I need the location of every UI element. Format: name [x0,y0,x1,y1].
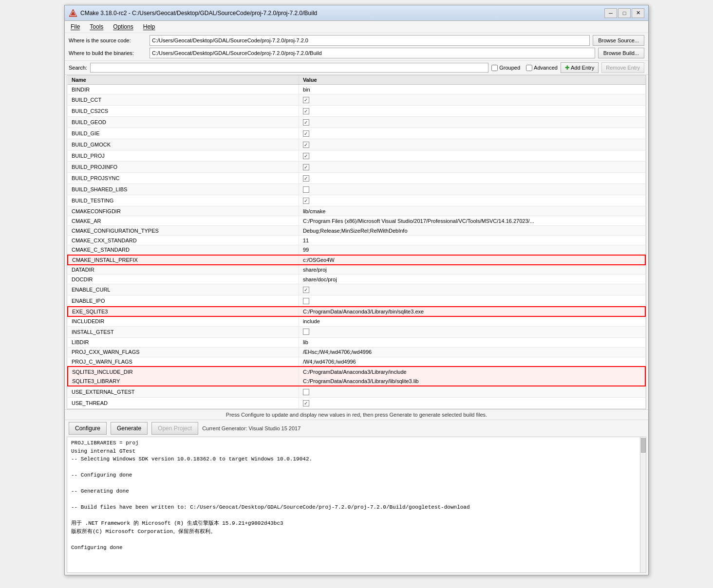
table-row[interactable]: CMAKE_C_STANDARD99 [68,245,645,255]
grouped-checkbox-label[interactable]: Grouped [491,65,520,71]
table-row[interactable]: BUILD_CS2CS [68,106,645,117]
variable-checkbox[interactable] [303,400,309,406]
variable-checkbox[interactable] [303,97,309,103]
table-row[interactable]: EXE_SQLITE3C:/ProgramData/Anaconda3/Libr… [68,307,645,316]
table-row[interactable]: CMAKE_ARC:/Program Files (x86)/Microsoft… [68,216,645,226]
variable-value-cell[interactable]: C:/ProgramData/Anaconda3/Library/include [299,367,645,376]
advanced-checkbox[interactable] [526,65,532,71]
variable-checkbox[interactable] [303,329,309,335]
variable-value-cell[interactable] [299,117,645,128]
add-entry-button[interactable]: ✚ Add Entry [561,62,599,73]
variable-checkbox[interactable] [303,298,309,304]
variable-value-cell[interactable]: bin [299,85,645,94]
variable-value-cell[interactable]: C:/ProgramData/Anaconda3/Library/lib/sql… [299,376,645,386]
open-project-button[interactable]: Open Project [151,422,198,435]
variable-value-cell[interactable]: share/doc/proj [299,275,645,284]
variable-checkbox[interactable] [303,119,309,126]
variable-value-cell[interactable] [299,106,645,117]
search-input[interactable] [90,63,488,73]
table-row[interactable]: CMAKE_CXX_STANDARD11 [68,236,645,245]
browse-build-button[interactable]: Browse Build... [598,48,644,58]
maximize-button[interactable]: □ [618,8,631,18]
table-row[interactable]: ENABLE_CURL [68,284,645,295]
variable-value-cell[interactable]: include [299,316,645,326]
table-row[interactable]: USE_EXTERNAL_GTEST [68,386,645,398]
menu-file[interactable]: File [67,22,84,32]
remove-entry-button[interactable]: Remove Entry [601,62,644,73]
variable-value-cell[interactable]: lib/cmake [299,206,645,216]
table-row[interactable]: SQLITE3_LIBRARYC:/ProgramData/Anaconda3/… [68,376,645,386]
advanced-checkbox-label[interactable]: Advanced [526,65,558,71]
variable-checkbox[interactable] [303,130,309,137]
variable-checkbox[interactable] [303,175,309,182]
log-scrollbar[interactable] [640,437,646,572]
menu-help[interactable]: Help [139,22,159,32]
variable-value-cell[interactable]: lib [299,337,645,347]
table-row[interactable]: PROJ_CXX_WARN_FLAGS/EHsc;/W4;/wd4706;/wd… [68,347,645,357]
variable-value-cell[interactable]: Debug;Release;MinSizeRel;RelWithDebInfo [299,226,645,236]
variable-value-cell[interactable]: c:/OSGeo4W [299,255,645,265]
variable-value-cell[interactable]: 11 [299,236,645,245]
variable-value-cell[interactable]: /W4;/wd4706;/wd4996 [299,357,645,367]
table-row[interactable]: BUILD_PROJ [68,150,645,162]
menu-options[interactable]: Options [109,22,137,32]
variable-value-cell[interactable]: /EHsc;/W4;/wd4706;/wd4996 [299,347,645,357]
table-row[interactable]: BUILD_GMOCK [68,139,645,150]
menu-tools[interactable]: Tools [86,22,107,32]
close-button[interactable]: ✕ [632,8,644,18]
variable-value-cell[interactable] [299,195,645,206]
configure-button[interactable]: Configure [69,422,107,435]
table-row[interactable]: USE_THREAD [68,398,645,409]
table-row[interactable]: LIBDIRlib [68,337,645,347]
table-row[interactable]: PROJ_C_WARN_FLAGS/W4;/wd4706;/wd4996 [68,357,645,367]
minimize-button[interactable]: ─ [604,8,617,18]
scroll-thumb[interactable] [641,438,646,453]
variable-checkbox[interactable] [303,186,309,193]
source-input[interactable] [150,35,590,46]
table-row[interactable]: CMAKECONFIGDIRlib/cmake [68,206,645,216]
variable-checkbox[interactable] [303,198,309,204]
variable-value-cell[interactable] [299,173,645,184]
variable-checkbox[interactable] [303,389,309,395]
table-row[interactable]: BUILD_SHARED_LIBS [68,184,645,195]
table-row[interactable]: INSTALL_GTEST [68,326,645,337]
variable-value-cell[interactable]: C:/Program Files (x86)/Microsoft Visual … [299,216,645,226]
variable-value-cell[interactable] [299,139,645,150]
variable-value-cell[interactable] [299,150,645,162]
table-row[interactable]: BUILD_TESTING [68,195,645,206]
variable-value-cell[interactable] [299,398,645,409]
variable-value-cell[interactable] [299,128,645,139]
variable-value-cell[interactable] [299,94,645,106]
table-row[interactable]: BINDIRbin [68,85,645,94]
variable-value-cell[interactable] [299,162,645,173]
table-row[interactable]: CMAKE_INSTALL_PREFIXc:/OSGeo4W [68,255,645,265]
build-input[interactable] [150,48,595,58]
variable-value-cell[interactable] [299,284,645,295]
generate-button[interactable]: Generate [111,422,148,435]
table-row[interactable]: BUILD_GIE [68,128,645,139]
variable-value-cell[interactable]: C:/ProgramData/Anaconda3/Library/bin/sql… [299,307,645,316]
table-row[interactable]: DOCDIRshare/doc/proj [68,275,645,284]
variable-checkbox[interactable] [303,108,309,114]
grouped-checkbox[interactable] [491,65,498,71]
variable-value-cell[interactable] [299,184,645,195]
table-row[interactable]: BUILD_CCT [68,94,645,106]
table-row[interactable]: INCLUDEDIRinclude [68,316,645,326]
browse-source-button[interactable]: Browse Source... [593,35,644,46]
variable-value-cell[interactable] [299,295,645,307]
table-row[interactable]: BUILD_PROJINFO [68,162,645,173]
table-row[interactable]: ENABLE_IPO [68,295,645,307]
variable-value-cell[interactable] [299,326,645,337]
table-row[interactable]: DATADIRshare/proj [68,265,645,275]
variable-checkbox[interactable] [303,153,309,159]
variable-value-cell[interactable] [299,386,645,398]
table-row[interactable]: SQLITE3_INCLUDE_DIRC:/ProgramData/Anacon… [68,367,645,376]
table-row[interactable]: BUILD_PROJSYNC [68,173,645,184]
table-row[interactable]: BUILD_GEOD [68,117,645,128]
variable-checkbox[interactable] [303,142,309,148]
variable-value-cell[interactable]: share/proj [299,265,645,275]
variable-value-cell[interactable]: 99 [299,245,645,255]
table-row[interactable]: CMAKE_CONFIGURATION_TYPESDebug;Release;M… [68,226,645,236]
variable-checkbox[interactable] [303,164,309,170]
variable-checkbox[interactable] [303,287,309,293]
